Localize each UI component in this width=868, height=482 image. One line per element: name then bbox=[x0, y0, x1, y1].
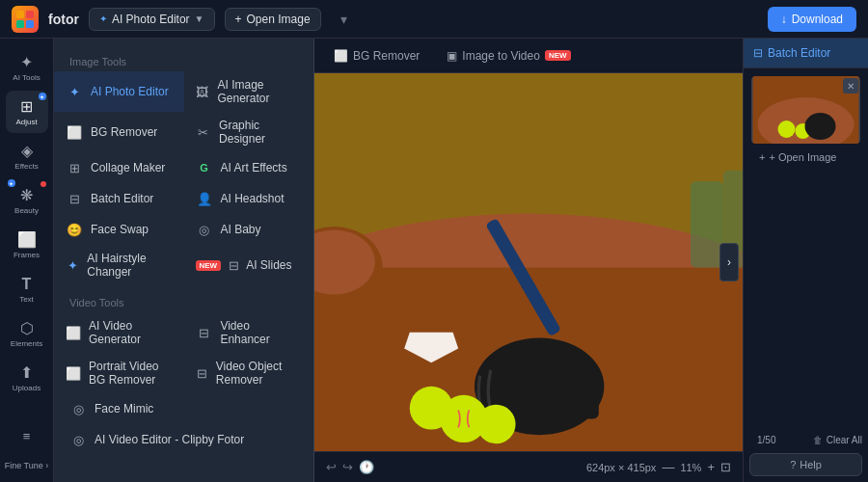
sidebar-item-uploads[interactable]: ⬆ Uploads bbox=[6, 357, 48, 399]
sidebar-item-adjust[interactable]: ✦ ⊞ Adjust bbox=[6, 91, 48, 133]
adjust-label: Adjust bbox=[15, 118, 37, 126]
thumbnail-item: ✕ bbox=[751, 76, 860, 144]
fine-tune-label[interactable]: Fine Tune › bbox=[5, 461, 49, 470]
batch-editor-btn[interactable]: ⊟ Batch Editor bbox=[744, 39, 868, 68]
sidebar-item-frames[interactable]: ⬜ Frames bbox=[6, 224, 48, 266]
svg-rect-2 bbox=[16, 20, 24, 28]
zoom-in-btn[interactable]: + bbox=[707, 460, 715, 474]
svg-point-13 bbox=[476, 405, 515, 443]
tool-face-swap[interactable]: 😊 Face Swap bbox=[54, 214, 184, 245]
svg-rect-0 bbox=[16, 11, 24, 18]
tool-ai-headshot[interactable]: 👤 AI Headshot bbox=[184, 183, 314, 214]
sidebar-item-beauty[interactable]: ✦ ❋ Beauty bbox=[6, 179, 48, 222]
portrait-video-bg-label: Portrait Video BG Remover bbox=[89, 360, 173, 387]
text-icon: T bbox=[22, 276, 32, 293]
tool-ai-hairstyle[interactable]: ✦ AI Hairstyle Changer bbox=[54, 245, 184, 285]
tool-ai-photo-editor[interactable]: ✦ AI Photo Editor bbox=[54, 71, 184, 112]
face-mimic-label: Face Mimic bbox=[95, 402, 153, 415]
adjust-icon: ⊞ bbox=[20, 97, 33, 116]
undo-icon[interactable]: ↩ bbox=[326, 460, 337, 474]
dropdown-arrow-btn[interactable]: ▾ bbox=[331, 8, 357, 31]
tool-ai-slides[interactable]: NEW ⊟ AI Slides bbox=[184, 245, 314, 285]
center-area: ⬜ BG Remover ▣ Image to Video NEW bbox=[314, 39, 743, 482]
status-bar: ↩ ↪ 🕐 624px × 415px — 11% + ⊡ bbox=[314, 451, 743, 482]
bg-remover-tab-label: BG Remover bbox=[353, 49, 420, 63]
portrait-video-bg-icon: ⬜ bbox=[66, 364, 81, 382]
batch-editor-btn-label: Batch Editor bbox=[768, 46, 830, 60]
video-tools-grid: ⬜ AI Video Generator ⊟ Video Enhancer ⬜ … bbox=[54, 312, 313, 393]
main-layout: ✦ AI Tools ✦ ⊞ Adjust ◈ Effects ✦ ❋ Beau… bbox=[0, 39, 868, 482]
help-label: Help bbox=[800, 459, 822, 470]
ai-headshot-label: AI Headshot bbox=[221, 192, 285, 205]
tool-batch-editor[interactable]: ⊟ Batch Editor bbox=[54, 183, 184, 214]
video-enhancer-icon: ⊟ bbox=[196, 324, 213, 341]
ai-tools-label: AI Tools bbox=[13, 73, 40, 82]
canvas-svg bbox=[314, 73, 743, 451]
tool-ai-video-gen[interactable]: ⬜ AI Video Generator bbox=[54, 312, 184, 353]
fit-btn[interactable]: ⊡ bbox=[720, 460, 731, 474]
topbar: fotor ✦ AI Photo Editor ▼ + Open Image ▾… bbox=[0, 0, 868, 39]
open-image-topbar-btn[interactable]: + Open Image bbox=[225, 8, 321, 31]
tab-image-to-video[interactable]: ▣ Image to Video NEW bbox=[439, 45, 578, 67]
canvas-dimensions: 624px × 415px — 11% + ⊡ bbox=[586, 460, 731, 474]
tool-panel: Image Tools ✦ AI Photo Editor 🖼 AI Image… bbox=[54, 39, 314, 482]
clear-all-btn[interactable]: Clear All bbox=[827, 435, 862, 445]
ai-baby-icon: ◎ bbox=[196, 221, 213, 238]
tool-video-object-remover[interactable]: ⊟ Video Object Remover bbox=[184, 353, 314, 393]
download-icon: ↓ bbox=[781, 13, 787, 26]
zoom-out-btn[interactable]: — bbox=[662, 460, 674, 474]
tool-ai-video-editor[interactable]: ◎ AI Video Editor - Clipby Fotor bbox=[54, 424, 313, 455]
beauty-label: Beauty bbox=[14, 206, 39, 215]
graphic-designer-label: Graphic Designer bbox=[219, 119, 302, 146]
video-object-rem-icon: ⊟ bbox=[196, 364, 208, 382]
tool-portrait-video-bg[interactable]: ⬜ Portrait Video BG Remover bbox=[54, 353, 184, 393]
help-btn[interactable]: ? Help bbox=[749, 453, 862, 476]
open-image-right-btn[interactable]: + + Open Image bbox=[751, 144, 860, 171]
redo-icon[interactable]: ↪ bbox=[342, 460, 353, 474]
text-label: Text bbox=[19, 295, 34, 304]
frames-icon: ⬜ bbox=[17, 230, 37, 249]
clear-area: 🗑 Clear All bbox=[813, 435, 862, 445]
tool-video-enhancer[interactable]: ⊟ Video Enhancer bbox=[184, 312, 314, 353]
svg-rect-1 bbox=[26, 11, 34, 18]
ai-badge-top: ✦ bbox=[99, 13, 107, 24]
ai-tools-icon: ✦ bbox=[20, 53, 33, 71]
batch-editor-label: Batch Editor bbox=[91, 192, 153, 205]
sidebar-item-elements[interactable]: ⬡ Elements bbox=[6, 312, 48, 355]
sidebar-item-ai-tools[interactable]: ✦ AI Tools bbox=[6, 46, 48, 89]
right-panel-bottom: 1/50 🗑 Clear All ? Help bbox=[744, 421, 868, 482]
ai-art-effects-label: AI Art Effects bbox=[221, 161, 287, 174]
face-mimic-icon: ◎ bbox=[69, 400, 87, 417]
canvas-nav-right[interactable]: › bbox=[719, 243, 739, 281]
sidebar-item-tune[interactable]: ≡ bbox=[6, 415, 48, 457]
effects-label: Effects bbox=[14, 162, 38, 171]
dimensions-text: 624px × 415px bbox=[586, 462, 656, 473]
tool-face-mimic[interactable]: ◎ Face Mimic bbox=[54, 393, 313, 424]
ai-photo-editor-icon: ✦ bbox=[66, 83, 83, 100]
tool-bg-remover[interactable]: ⬜ BG Remover bbox=[54, 112, 184, 152]
svg-rect-16 bbox=[691, 181, 723, 268]
tool-ai-art-effects[interactable]: G AI Art Effects bbox=[184, 152, 314, 183]
icon-sidebar: ✦ AI Tools ✦ ⊞ Adjust ◈ Effects ✦ ❋ Beau… bbox=[0, 39, 54, 482]
effects-icon: ◈ bbox=[21, 142, 33, 160]
image-to-video-tab-icon: ▣ bbox=[447, 49, 457, 63]
zoom-level-text: 11% bbox=[680, 462, 701, 473]
download-label: Download bbox=[792, 13, 843, 26]
video-enhancer-label: Video Enhancer bbox=[220, 319, 302, 346]
tool-ai-image-generator[interactable]: 🖼 AI Image Generator bbox=[184, 71, 314, 112]
history-icon[interactable]: 🕐 bbox=[359, 460, 374, 474]
ai-photo-editor-btn[interactable]: ✦ AI Photo Editor ▼ bbox=[89, 8, 215, 31]
thumbnail-delete-btn[interactable]: ✕ bbox=[843, 78, 858, 94]
tool-graphic-designer[interactable]: ✂ Graphic Designer bbox=[184, 112, 314, 152]
center-tabs: ⬜ BG Remover ▣ Image to Video NEW bbox=[314, 39, 743, 73]
sidebar-item-effects[interactable]: ◈ Effects bbox=[6, 135, 48, 177]
thumbnail-area: ✕ + + Open Image bbox=[744, 68, 868, 421]
plus-icon-right: + bbox=[759, 151, 765, 163]
sidebar-item-text[interactable]: T Text bbox=[6, 268, 48, 310]
tool-ai-baby[interactable]: ◎ AI Baby bbox=[184, 214, 314, 245]
tool-collage-maker[interactable]: ⊞ Collage Maker bbox=[54, 152, 184, 183]
tab-bg-remover[interactable]: ⬜ BG Remover bbox=[326, 45, 427, 67]
download-btn[interactable]: ↓ Download bbox=[768, 7, 856, 32]
image-tools-title: Image Tools bbox=[54, 50, 313, 71]
frames-label: Frames bbox=[14, 251, 40, 259]
